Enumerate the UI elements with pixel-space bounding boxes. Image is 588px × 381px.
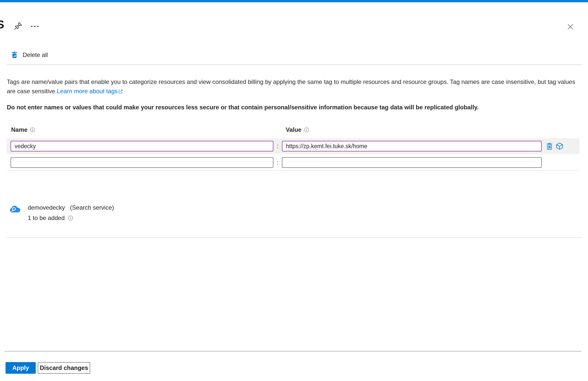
- tag-value-input-2[interactable]: [282, 157, 542, 168]
- info-icon: [68, 215, 73, 221]
- security-warning-text: Do not enter names or values that could …: [7, 104, 582, 111]
- delete-tag-row-button[interactable]: [545, 142, 554, 151]
- pending-info-button[interactable]: [68, 215, 73, 221]
- resource-type: (Search service): [70, 204, 114, 211]
- tag-row-1: :: [7, 138, 579, 154]
- rows-divider: [7, 170, 579, 171]
- page-title-fragment: S: [0, 18, 4, 31]
- trash-icon: [546, 142, 553, 150]
- delete-all-icon: [12, 51, 17, 58]
- info-icon: [30, 127, 35, 132]
- command-bar: Delete all: [12, 51, 48, 58]
- top-accent-bar: [0, 0, 588, 2]
- value-info-button[interactable]: [304, 127, 309, 132]
- pending-status: 1 to be added: [28, 214, 65, 221]
- tag-name-input-1[interactable]: [11, 141, 273, 151]
- resource-summary: demovedecky (Search service) 1 to be add…: [10, 204, 114, 221]
- name-value-separator: :: [273, 143, 282, 150]
- tag-value-input-1[interactable]: [282, 141, 542, 151]
- name-info-button[interactable]: [30, 127, 35, 132]
- more-button[interactable]: [29, 22, 40, 30]
- footer-divider: [5, 351, 581, 352]
- name-header-label: Name: [11, 126, 27, 133]
- resource-title-line: demovedecky (Search service): [28, 204, 114, 211]
- delete-all-button[interactable]: Delete all: [12, 51, 48, 58]
- column-headers: Name Value: [0, 126, 588, 135]
- content-divider: [7, 237, 581, 238]
- apply-button[interactable]: Apply: [6, 362, 36, 374]
- name-value-separator: :: [273, 159, 282, 166]
- resource-pending-line: 1 to be added: [28, 214, 114, 221]
- close-icon: [567, 23, 574, 30]
- pin-button[interactable]: [13, 21, 23, 31]
- name-column-header: Name: [11, 126, 35, 133]
- resource-scope-button[interactable]: [555, 142, 564, 151]
- delete-all-label: Delete all: [23, 51, 48, 58]
- info-icon: [304, 127, 309, 132]
- search-service-icon: [10, 204, 21, 213]
- resource-name: demovedecky: [28, 204, 65, 211]
- tags-blade: { "header": { "title_fragment": "S" }, "…: [0, 0, 588, 381]
- tag-row-2: :: [7, 155, 579, 170]
- tag-name-input-2[interactable]: [11, 157, 273, 168]
- value-column-header: Value: [286, 126, 309, 133]
- cube-icon: [556, 142, 564, 150]
- close-button[interactable]: [565, 21, 576, 32]
- resource-text: demovedecky (Search service) 1 to be add…: [28, 204, 114, 221]
- external-link-icon: [118, 89, 123, 94]
- more-icon: [31, 26, 32, 27]
- value-header-label: Value: [286, 126, 302, 133]
- tags-description: Tags are name/value pairs that enable yo…: [7, 77, 582, 96]
- footer-actions: Apply Discard changes: [6, 362, 90, 374]
- discard-changes-button[interactable]: Discard changes: [38, 362, 90, 374]
- learn-more-link[interactable]: Learn more about tags: [57, 88, 118, 94]
- toolbar-divider: [7, 65, 581, 65]
- pin-icon: [14, 21, 23, 31]
